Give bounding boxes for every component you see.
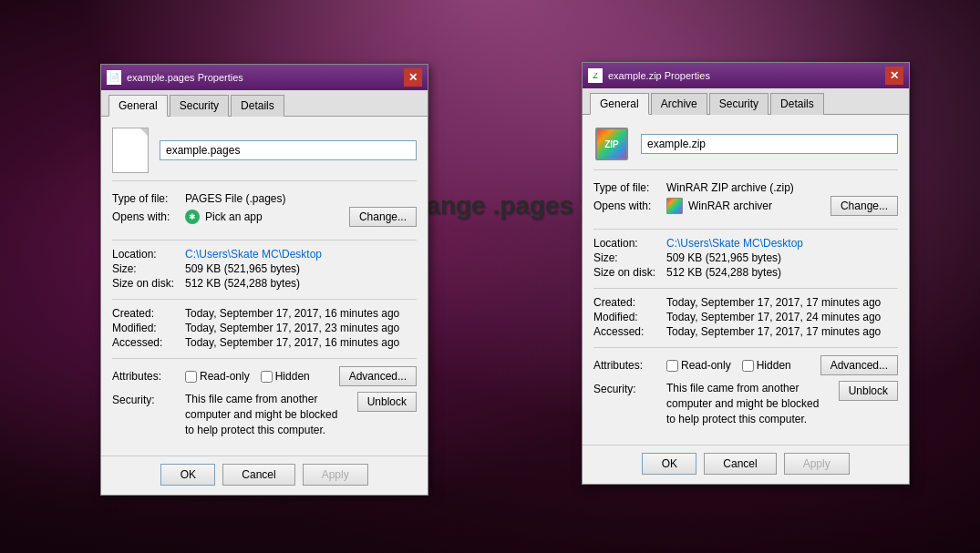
- zip-readonly-input[interactable]: [666, 360, 678, 372]
- pages-hidden-checkbox[interactable]: Hidden: [261, 370, 310, 383]
- zip-accessed-value: Today, September 17, 2017, 17 minutes ag…: [666, 325, 881, 338]
- pages-readonly-label: Read-only: [200, 370, 250, 383]
- pages-unblock-button[interactable]: Unblock: [357, 392, 417, 412]
- pages-change-button[interactable]: Change...: [349, 207, 417, 227]
- zip-app-name: WinRAR archiver: [688, 200, 772, 212]
- zip-apply-button[interactable]: Apply: [784, 453, 850, 475]
- zip-size-row: Size: 509 KB (521,965 bytes): [593, 251, 898, 264]
- pages-type-label: Type of file:: [112, 192, 185, 205]
- zip-tabs: General Archive Security Details: [583, 88, 909, 115]
- pages-size-disk-row: Size on disk: 512 KB (524,288 bytes): [112, 277, 417, 290]
- zip-size-value: 509 KB (521,965 bytes): [666, 251, 781, 264]
- zip-location-row: Location: C:\Users\Skate MC\Desktop: [593, 237, 898, 250]
- pages-hidden-label: Hidden: [275, 370, 310, 383]
- zip-filename-input[interactable]: [641, 134, 898, 154]
- zip-unblock-button[interactable]: Unblock: [839, 381, 898, 401]
- pages-size-label: Size:: [112, 262, 185, 275]
- zip-size-disk-label: Size on disk:: [593, 266, 666, 279]
- zip-change-button[interactable]: Change...: [830, 196, 898, 216]
- zip-tab-archive[interactable]: Archive: [651, 93, 707, 115]
- pages-apply-button[interactable]: Apply: [303, 464, 368, 486]
- pages-title-icon: 📄: [107, 70, 121, 85]
- pages-type-row: Type of file: PAGES File (.pages): [112, 192, 417, 205]
- zip-cancel-button[interactable]: Cancel: [704, 453, 776, 475]
- pages-tab-general[interactable]: General: [108, 95, 168, 117]
- pages-created-row: Created: Today, September 17, 2017, 16 m…: [112, 307, 417, 320]
- zip-opens-row: Opens with: WinRAR archiver Change...: [593, 196, 898, 216]
- zip-checkboxes: Read-only Hidden: [666, 359, 820, 372]
- zip-title-icon: Z: [588, 68, 603, 83]
- zip-dialog-title: example.zip Properties: [608, 70, 885, 81]
- pages-opens-label: Opens with:: [112, 210, 185, 223]
- zip-readonly-label: Read-only: [681, 359, 731, 372]
- zip-attributes-row: Attributes: Read-only Hidden Advanced...: [593, 355, 898, 375]
- pages-advanced-button[interactable]: Advanced...: [339, 366, 417, 386]
- zip-icon-inner: ZIP: [595, 128, 628, 160]
- pages-info-section: Type of file: PAGES File (.pages) Opens …: [112, 192, 417, 241]
- pages-dialog-title: example.pages Properties: [127, 72, 404, 83]
- pages-hidden-input[interactable]: [261, 371, 273, 383]
- zip-dialog-content: ZIP Type of file: WinRAR ZIP archive (.z…: [583, 115, 909, 445]
- pages-created-label: Created:: [112, 307, 185, 320]
- pages-app-icon: ✱: [185, 210, 200, 224]
- pages-readonly-checkbox[interactable]: Read-only: [185, 370, 250, 383]
- pages-tab-security[interactable]: Security: [170, 95, 229, 117]
- zip-winrar-icon: [666, 198, 683, 214]
- pages-security-text: This file came from another computer and…: [185, 392, 350, 437]
- pages-readonly-input[interactable]: [185, 371, 197, 383]
- pages-size-disk-value: 512 KB (524,288 bytes): [185, 277, 300, 290]
- pages-app-name: Pick an app: [205, 210, 263, 223]
- pages-cancel-button[interactable]: Cancel: [222, 464, 294, 486]
- pages-checkboxes: Read-only Hidden: [185, 370, 339, 383]
- pages-size-value: 509 KB (521,965 bytes): [185, 262, 300, 275]
- pages-security-row: Security: This file came from another co…: [112, 392, 417, 437]
- zip-accessed-row: Accessed: Today, September 17, 2017, 17 …: [593, 325, 898, 338]
- zip-created-value: Today, September 17, 2017, 17 minutes ag…: [666, 296, 881, 309]
- zip-hidden-label: Hidden: [757, 359, 791, 372]
- pages-filename-row: [112, 128, 417, 181]
- pages-dialog: 📄 example.pages Properties ✕ General Sec…: [100, 64, 428, 496]
- pages-tab-details[interactable]: Details: [231, 95, 284, 117]
- pages-accessed-label: Accessed:: [112, 336, 185, 349]
- zip-hidden-input[interactable]: [742, 360, 754, 372]
- pages-accessed-value: Today, September 17, 2017, 16 minutes ag…: [185, 336, 399, 349]
- zip-hidden-checkbox[interactable]: Hidden: [742, 359, 791, 372]
- zip-dialog: Z example.zip Properties ✕ General Archi…: [582, 62, 910, 485]
- pages-modified-value: Today, September 17, 2017, 23 minutes ag…: [185, 322, 399, 334]
- pages-opens-row: Opens with: ✱ Pick an app Change...: [112, 207, 417, 227]
- zip-accessed-label: Accessed:: [593, 325, 666, 338]
- pages-size-row: Size: 509 KB (521,965 bytes): [112, 262, 417, 275]
- zip-close-button[interactable]: ✕: [885, 67, 903, 85]
- zip-modified-label: Modified:: [593, 311, 666, 323]
- pages-dialog-content: Type of file: PAGES File (.pages) Opens …: [101, 117, 428, 456]
- zip-advanced-button[interactable]: Advanced...: [820, 355, 898, 375]
- zip-location-value: C:\Users\Skate MC\Desktop: [666, 237, 803, 250]
- zip-type-value: WinRAR ZIP archive (.zip): [666, 181, 794, 194]
- zip-info-section: Type of file: WinRAR ZIP archive (.zip) …: [593, 181, 898, 230]
- zip-readonly-checkbox[interactable]: Read-only: [666, 359, 731, 372]
- pages-location-value: C:\Users\Skate MC\Desktop: [185, 248, 322, 261]
- pages-dialog-titlebar[interactable]: 📄 example.pages Properties ✕: [101, 65, 428, 90]
- zip-tab-general[interactable]: General: [590, 93, 649, 115]
- zip-tab-security[interactable]: Security: [709, 93, 769, 115]
- zip-security-row: Security: This file came from another co…: [593, 381, 898, 426]
- zip-filename-row: ZIP: [593, 126, 898, 170]
- zip-opens-label: Opens with:: [593, 200, 666, 212]
- zip-modified-value: Today, September 17, 2017, 24 minutes ag…: [666, 311, 881, 323]
- pages-dates-section: Created: Today, September 17, 2017, 16 m…: [112, 307, 417, 359]
- pages-filename-input[interactable]: [160, 140, 417, 160]
- pages-tabs: General Security Details: [101, 90, 428, 117]
- zip-size-label: Size:: [593, 251, 666, 264]
- zip-dialog-titlebar[interactable]: Z example.zip Properties ✕: [583, 63, 909, 88]
- zip-security-label: Security:: [593, 381, 666, 395]
- zip-opens-app: WinRAR archiver: [666, 198, 830, 214]
- zip-tab-details[interactable]: Details: [770, 93, 824, 115]
- pages-security-label: Security:: [112, 392, 185, 406]
- pages-accessed-row: Accessed: Today, September 17, 2017, 16 …: [112, 336, 417, 349]
- zip-dates-section: Created: Today, September 17, 2017, 17 m…: [593, 296, 898, 348]
- zip-ok-button[interactable]: OK: [642, 453, 696, 475]
- pages-close-button[interactable]: ✕: [404, 68, 422, 87]
- pages-ok-button[interactable]: OK: [160, 464, 215, 486]
- zip-type-label: Type of file:: [593, 181, 666, 194]
- zip-size-section: Location: C:\Users\Skate MC\Desktop Size…: [593, 237, 898, 289]
